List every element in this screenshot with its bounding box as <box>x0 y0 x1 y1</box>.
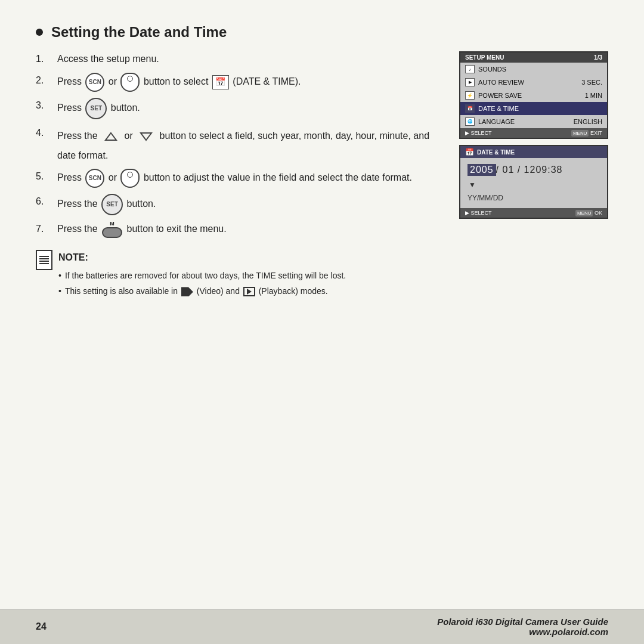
footer-exit: MENU EXIT <box>571 130 602 136</box>
setup-row-autoreview: ▶ AUTO REVIEW 3 SEC. <box>460 76 607 89</box>
set-icon: SET <box>85 98 107 119</box>
step-1: 1. Access the setup menu. <box>36 51 441 67</box>
dial-icon-2 <box>120 169 140 188</box>
step-2: 2. Press SCN or button to select (DATE &… <box>36 73 441 92</box>
step-3-num: 3. <box>36 98 54 113</box>
datetime-icon: 📅 <box>465 104 475 113</box>
step-3: 3. Press SET button. <box>36 98 441 119</box>
autoreview-value: 3 SEC. <box>581 79 602 86</box>
step-3-text: Press SET button. <box>57 98 441 119</box>
dt-footer-select: ▶ SELECT <box>465 210 492 216</box>
time-display: 09:38 <box>535 165 562 175</box>
setup-row-sounds: ♪ SOUNDS <box>460 63 607 76</box>
setup-row-language: 🌐 LANGUAGE ENGLISH <box>460 115 607 128</box>
step-5-text: Press SCN or button to adjust the value … <box>57 169 441 188</box>
step-7-num: 7. <box>36 221 54 237</box>
page-footer: 24 Polaroid i630 Digital Camera User Gui… <box>0 609 644 644</box>
note-text-1: If the batteries are removed for about t… <box>65 269 346 282</box>
up-icon <box>103 125 119 148</box>
datetime-label: DATE & TIME <box>478 105 519 112</box>
content-area: 1. Access the setup menu. 2. Press SCN o… <box>36 51 608 301</box>
powersave-icon: ⚡ <box>465 91 475 100</box>
section-title: Setting the Date and Time <box>36 24 608 41</box>
step-2-num: 2. <box>36 73 54 88</box>
footer-brand: Polaroid i630 Digital Camera User Guide … <box>437 617 608 637</box>
step-5-num: 5. <box>36 169 54 184</box>
playback-mode-icon <box>243 287 255 296</box>
language-label: LANGUAGE <box>478 118 515 125</box>
panels: SETUP MENU 1/3 ♪ SOUNDS ▶ AUTO REVIEW 3 … <box>459 51 608 301</box>
note-content: NOTE: • If the batteries are removed for… <box>58 250 441 300</box>
step-6-num: 6. <box>36 194 54 209</box>
page: Setting the Date and Time 1. Access the … <box>0 0 644 644</box>
step-4-text: Press the or button to select a field, s… <box>57 125 441 163</box>
page-number: 24 <box>36 621 47 632</box>
language-icon: 🌐 <box>465 117 475 126</box>
datetime-panel: 📅 DATE & TIME 2005 / 01 / 12 09:38 ▼ YY/… <box>459 145 608 219</box>
step-6: 6. Press the SET button. <box>36 194 441 215</box>
setup-row-powersave: ⚡ POWER SAVE 1 MIN <box>460 89 607 102</box>
note-text-2: This setting is also available in (Video… <box>65 284 328 298</box>
datetime-body: 2005 / 01 / 12 09:38 ▼ YY/MM/DD <box>460 158 607 208</box>
note-section: NOTE: • If the batteries are removed for… <box>36 250 441 300</box>
dt-arrow: ▼ <box>469 181 600 189</box>
setup-row-datetime: 📅 DATE & TIME <box>460 102 607 115</box>
dt-format: YY/MM/DD <box>467 194 600 202</box>
powersave-value: 1 MIN <box>585 92 602 99</box>
note-title: NOTE: <box>58 250 441 265</box>
datetime-footer: ▶ SELECT MENU OK <box>460 208 607 218</box>
year-highlight: 2005 <box>467 164 496 176</box>
calendar-icon <box>212 75 229 89</box>
step-7: 7. Press the M button to exit the menu. <box>36 221 441 238</box>
step-4: 4. Press the or button to select a field… <box>36 125 441 163</box>
scn-icon: SCN <box>85 73 104 92</box>
brand-website: www.polaroid.com <box>437 627 608 637</box>
dt-footer-ok: MENU OK <box>575 210 602 216</box>
step-4-num: 4. <box>36 125 54 141</box>
datetime-display: 2005 / 01 / 12 09:38 <box>467 164 600 176</box>
video-mode-icon <box>181 287 193 296</box>
section-heading: Setting the Date and Time <box>51 24 227 41</box>
bullet-icon <box>36 29 43 36</box>
svg-marker-0 <box>106 133 116 140</box>
note-bullet-2: • This setting is also available in (Vid… <box>58 284 441 298</box>
m-button-icon: M <box>102 221 122 238</box>
instructions: 1. Access the setup menu. 2. Press SCN o… <box>36 51 441 301</box>
note-icon <box>36 250 52 270</box>
step-6-text: Press the SET button. <box>57 194 441 215</box>
dt-title: DATE & TIME <box>477 149 515 156</box>
step-1-text: Access the setup menu. <box>57 51 441 67</box>
svg-marker-1 <box>141 133 151 140</box>
dial-icon <box>120 73 140 92</box>
autoreview-label: AUTO REVIEW <box>478 79 524 86</box>
step-2-text: Press SCN or button to select (DATE & TI… <box>57 73 441 92</box>
dt-icon: 📅 <box>465 148 474 156</box>
brand-name: Polaroid i630 Digital Camera User Guide <box>437 617 608 627</box>
scn-icon-2: SCN <box>85 169 104 188</box>
set-icon-2: SET <box>101 194 123 215</box>
datetime-panel-header: 📅 DATE & TIME <box>460 146 607 158</box>
date-separator-1: / 01 / 12 <box>496 165 536 175</box>
autoreview-icon: ▶ <box>465 78 475 86</box>
setup-menu-footer: ▶ SELECT MENU EXIT <box>460 128 607 138</box>
setup-menu-panel: SETUP MENU 1/3 ♪ SOUNDS ▶ AUTO REVIEW 3 … <box>459 51 608 139</box>
setup-menu-header: SETUP MENU 1/3 <box>460 52 607 63</box>
down-icon <box>138 125 154 148</box>
step-5: 5. Press SCN or button to adjust the val… <box>36 169 441 188</box>
step-7-text: Press the M button to exit the menu. <box>57 221 441 238</box>
language-value: ENGLISH <box>574 118 602 125</box>
step-1-num: 1. <box>36 51 54 67</box>
setup-menu-page: 1/3 <box>594 54 602 61</box>
note-bullet-1: • If the batteries are removed for about… <box>58 269 441 282</box>
sounds-icon: ♪ <box>465 65 475 73</box>
setup-menu-title: SETUP MENU <box>465 54 504 61</box>
sounds-label: SOUNDS <box>478 66 506 73</box>
powersave-label: POWER SAVE <box>478 92 522 99</box>
footer-select: ▶ SELECT <box>465 130 492 136</box>
